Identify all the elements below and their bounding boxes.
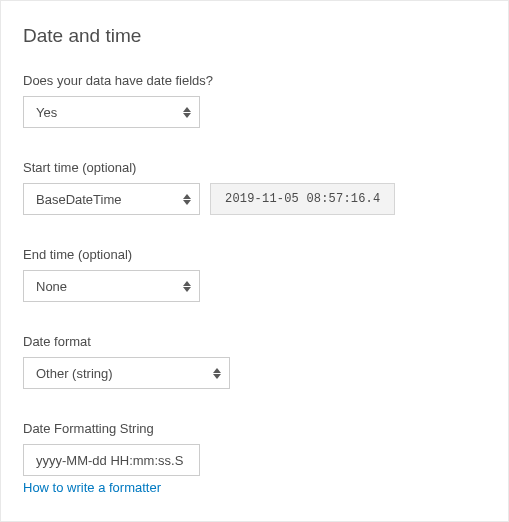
date-format-label: Date format bbox=[23, 334, 486, 349]
chevron-sort-icon bbox=[211, 366, 223, 380]
end-time-field: End time (optional) None bbox=[23, 247, 486, 302]
chevron-sort-icon bbox=[181, 105, 193, 119]
has-date-fields-label: Does your data have date fields? bbox=[23, 73, 486, 88]
date-format-select[interactable]: Other (string) bbox=[23, 357, 230, 389]
panel-title: Date and time bbox=[23, 25, 486, 47]
format-string-field: Date Formatting String How to write a fo… bbox=[23, 421, 486, 496]
has-date-fields-value: Yes bbox=[36, 105, 57, 120]
start-time-preview: 2019-11-05 08:57:16.4 bbox=[210, 183, 395, 215]
start-time-select[interactable]: BaseDateTime bbox=[23, 183, 200, 215]
date-format-value: Other (string) bbox=[36, 366, 113, 381]
start-time-field: Start time (optional) BaseDateTime 2019-… bbox=[23, 160, 486, 215]
start-time-label: Start time (optional) bbox=[23, 160, 486, 175]
format-string-label: Date Formatting String bbox=[23, 421, 486, 436]
has-date-fields-select[interactable]: Yes bbox=[23, 96, 200, 128]
format-string-input[interactable] bbox=[23, 444, 200, 476]
chevron-sort-icon bbox=[181, 279, 193, 293]
start-time-value: BaseDateTime bbox=[36, 192, 122, 207]
formatter-help-link[interactable]: How to write a formatter bbox=[23, 480, 161, 495]
chevron-sort-icon bbox=[181, 192, 193, 206]
end-time-select[interactable]: None bbox=[23, 270, 200, 302]
has-date-fields-field: Does your data have date fields? Yes bbox=[23, 73, 486, 128]
end-time-label: End time (optional) bbox=[23, 247, 486, 262]
date-time-panel: Date and time Does your data have date f… bbox=[0, 0, 509, 522]
date-format-field: Date format Other (string) bbox=[23, 334, 486, 389]
end-time-value: None bbox=[36, 279, 67, 294]
